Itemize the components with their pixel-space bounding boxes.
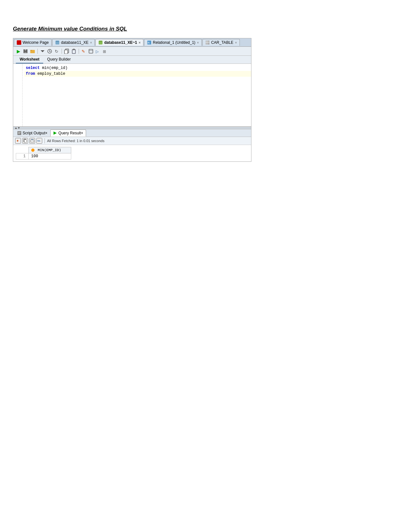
grid-button[interactable]: ⊞ bbox=[102, 48, 108, 54]
tab-rel-close[interactable]: × bbox=[197, 41, 199, 44]
svg-text:SQL: SQL bbox=[37, 140, 41, 142]
sub-tab-querybuilder[interactable]: Query Builder bbox=[43, 56, 74, 63]
code-line-2: from employ_table bbox=[24, 71, 251, 77]
copy-button[interactable] bbox=[64, 48, 70, 54]
tab-db1[interactable]: database11_XE × bbox=[52, 39, 95, 46]
table-row: 1 100 bbox=[16, 153, 71, 160]
cart-icon bbox=[205, 40, 210, 45]
bottom-panel: Script Output × Query Result × ✦ bbox=[13, 129, 251, 161]
tab-rel-label: Relational_1 (Untitled_1) bbox=[153, 40, 195, 45]
db1-icon bbox=[55, 40, 60, 45]
col-header-label: MIN(EMP_ID) bbox=[38, 148, 61, 152]
result-cell-min-emp-id: 100 bbox=[28, 153, 71, 160]
result-col-header: MIN(EMP_ID) bbox=[28, 147, 71, 153]
status-text: All Rows Fetched: 1 in 0.01 seconds bbox=[47, 139, 104, 143]
query-result-icon bbox=[53, 131, 57, 135]
query-result-close[interactable]: × bbox=[81, 131, 83, 135]
keyword-from: from bbox=[26, 72, 35, 76]
save-button[interactable] bbox=[22, 48, 29, 54]
tab-db1-close[interactable]: × bbox=[90, 41, 92, 44]
bt-action1[interactable]: ✦ bbox=[15, 138, 21, 144]
rel-icon: R bbox=[147, 40, 152, 45]
sql-ide-container: Welcome Page database11_XE × bbox=[13, 38, 251, 162]
tab-rel[interactable]: R Relational_1 (Untitled_1) × bbox=[144, 39, 202, 46]
svg-rect-2 bbox=[56, 42, 59, 44]
bottom-toolbar: ✦ SQL All Rows Fetched: 1 in 0.01 second… bbox=[13, 137, 251, 145]
keyword-select: select bbox=[26, 66, 40, 70]
format-button[interactable]: ✎ bbox=[81, 48, 87, 54]
svg-marker-16 bbox=[30, 50, 32, 51]
resize-handle[interactable]: ▲▼ bbox=[13, 127, 251, 129]
svg-text:✦: ✦ bbox=[16, 139, 19, 143]
toolbar: ▶ ↻ ✎ ▷ bbox=[13, 47, 251, 56]
code-line-1: select min(emp_id) bbox=[24, 65, 251, 71]
bottom-tab-query-label: Query Result bbox=[58, 131, 81, 135]
tab-db2[interactable]: database11_XE~1 × bbox=[95, 39, 143, 46]
history-button[interactable] bbox=[46, 48, 53, 54]
svg-rect-23 bbox=[73, 49, 75, 50]
tab-db1-label: database11_XE bbox=[61, 40, 88, 45]
bottom-tab-script-label: Script Output bbox=[23, 131, 45, 135]
sub-tab-worksheet[interactable]: Worksheet bbox=[16, 56, 43, 63]
svg-rect-5 bbox=[99, 42, 102, 44]
svg-text:⊞: ⊞ bbox=[103, 49, 106, 54]
svg-rect-13 bbox=[24, 49, 26, 51]
svg-rect-14 bbox=[24, 52, 27, 53]
svg-text:▷: ▷ bbox=[96, 49, 99, 54]
tab-welcome-label: Welcome Page bbox=[23, 40, 49, 45]
result-header-row: MIN(EMP_ID) bbox=[16, 147, 71, 153]
bt-export[interactable] bbox=[29, 138, 35, 144]
sep1 bbox=[37, 49, 38, 54]
editor-gutter-line bbox=[22, 64, 23, 126]
sep2 bbox=[62, 49, 62, 54]
welcome-icon bbox=[17, 40, 21, 45]
fn-min: min(emp_id) bbox=[40, 66, 67, 70]
page-title: Generate Minimum value Conditions in SQL bbox=[13, 26, 398, 32]
bottom-tab-bar: Script Output × Query Result × bbox=[13, 129, 251, 137]
bottom-tab-script-output[interactable]: Script Output × bbox=[15, 130, 50, 137]
sub-tab-bar: Worksheet Query Builder bbox=[13, 56, 251, 64]
svg-rect-8 bbox=[206, 41, 210, 44]
row-number: 1 bbox=[16, 153, 29, 160]
result-table: MIN(EMP_ID) 1 100 bbox=[16, 147, 71, 160]
sub-tab-qb-label: Query Builder bbox=[47, 57, 71, 62]
script-output-close[interactable]: × bbox=[45, 131, 47, 135]
svg-marker-17 bbox=[41, 50, 44, 52]
svg-rect-21 bbox=[64, 50, 68, 54]
bt-sql[interactable]: SQL bbox=[36, 138, 42, 144]
db2-icon bbox=[98, 40, 103, 45]
svg-text:R: R bbox=[148, 41, 150, 44]
tab-cart[interactable]: CAR_TABLE × bbox=[202, 39, 240, 46]
result-area: MIN(EMP_ID) 1 100 bbox=[13, 145, 251, 161]
paste-button[interactable] bbox=[71, 48, 77, 54]
tab-bar: Welcome Page database11_XE × bbox=[13, 38, 251, 47]
col-icon bbox=[31, 149, 34, 152]
tab-db2-close[interactable]: × bbox=[139, 41, 141, 44]
bt-copy[interactable] bbox=[22, 138, 28, 144]
sub-tab-worksheet-label: Worksheet bbox=[20, 57, 39, 62]
sep3 bbox=[79, 49, 79, 54]
open-button[interactable] bbox=[29, 48, 36, 54]
editor-content[interactable]: select min(emp_id) from employ_table bbox=[24, 65, 251, 77]
svg-rect-29 bbox=[17, 131, 21, 135]
editor-area[interactable]: select min(emp_id) from employ_table bbox=[13, 64, 251, 127]
refresh-button[interactable]: ↻ bbox=[54, 48, 60, 54]
table-name: employ_table bbox=[35, 72, 65, 76]
bottom-tab-query-result[interactable]: Query Result × bbox=[50, 130, 86, 137]
tab-cart-label: CAR_TABLE bbox=[211, 40, 233, 45]
run-button[interactable]: ▶ bbox=[15, 48, 22, 54]
settings-button[interactable] bbox=[88, 48, 94, 54]
svg-text:✎: ✎ bbox=[82, 49, 85, 54]
svg-rect-25 bbox=[89, 49, 93, 53]
tab-db2-label: database11_XE~1 bbox=[104, 40, 137, 45]
execute-button[interactable]: ▷ bbox=[95, 48, 101, 54]
svg-rect-22 bbox=[72, 50, 75, 53]
tab-welcome[interactable]: Welcome Page bbox=[14, 39, 52, 46]
dropdown-button[interactable] bbox=[39, 48, 46, 54]
svg-rect-35 bbox=[24, 140, 26, 143]
bt-sep bbox=[44, 138, 45, 143]
resize-arrow-icon: ▲▼ bbox=[15, 126, 20, 130]
svg-marker-32 bbox=[54, 131, 57, 135]
tab-cart-close[interactable]: × bbox=[235, 41, 237, 44]
script-output-icon bbox=[17, 131, 21, 135]
